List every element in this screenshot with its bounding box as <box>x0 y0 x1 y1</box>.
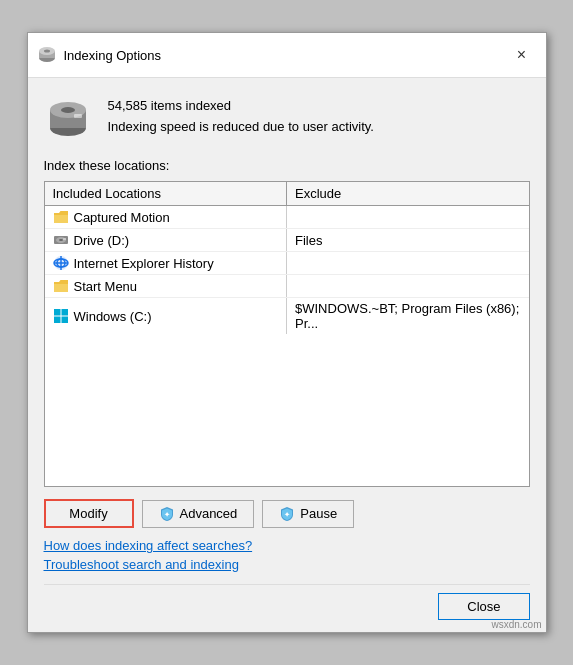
status-text-area: 54,585 items indexed Indexing speed is r… <box>108 94 374 134</box>
folder-icon <box>53 209 69 225</box>
table-row: Internet Explorer History <box>45 252 529 275</box>
main-content: 54,585 items indexed Indexing speed is r… <box>28 78 546 632</box>
disk-title-icon <box>38 46 56 64</box>
links-area: How does indexing affect searches? Troub… <box>44 538 530 572</box>
svg-rect-21 <box>61 317 68 324</box>
svg-text:✦: ✦ <box>284 511 290 518</box>
shield-pause-icon: ✦ <box>279 506 295 522</box>
advanced-button-label: Advanced <box>180 506 238 521</box>
disk-graphic-icon <box>44 94 92 142</box>
table-header: Included Locations Exclude <box>45 182 529 206</box>
cell-included: Captured Motion <box>45 206 288 228</box>
buttons-row: Modify ✦ Advanced ✦ Pause <box>44 499 530 528</box>
folder-icon <box>53 278 69 294</box>
location-name: Drive (D:) <box>74 233 130 248</box>
speed-notice: Indexing speed is reduced due to user ac… <box>108 119 374 134</box>
cell-exclude <box>287 275 529 297</box>
table-row: Windows (C:) $WINDOWS.~BT; Program Files… <box>45 298 529 334</box>
svg-rect-18 <box>54 309 61 316</box>
titlebar-left: Indexing Options <box>38 46 162 64</box>
table-row: Captured Motion <box>45 206 529 229</box>
table-body: Captured Motion Drive (D:) <box>45 206 529 486</box>
location-name: Internet Explorer History <box>74 256 214 271</box>
index-locations-label: Index these locations: <box>44 158 530 173</box>
status-area: 54,585 items indexed Indexing speed is r… <box>44 94 530 142</box>
svg-point-7 <box>61 107 75 113</box>
cell-exclude: $WINDOWS.~BT; Program Files (x86); Pr... <box>287 298 529 334</box>
svg-rect-19 <box>61 309 68 316</box>
pause-button[interactable]: ✦ Pause <box>262 500 354 528</box>
table-row: Drive (D:) Files <box>45 229 529 252</box>
shield-icon: ✦ <box>159 506 175 522</box>
pause-button-label: Pause <box>300 506 337 521</box>
svg-rect-12 <box>63 238 66 240</box>
cell-included: Drive (D:) <box>45 229 288 251</box>
svg-rect-20 <box>54 317 61 324</box>
footer-row: Close <box>44 584 530 620</box>
cell-included: Windows (C:) <box>45 298 288 334</box>
close-window-button[interactable]: × <box>508 41 536 69</box>
modify-button[interactable]: Modify <box>44 499 134 528</box>
indexing-options-window: Indexing Options × 54,585 items indexed … <box>27 32 547 633</box>
watermark: wsxdn.com <box>491 619 541 630</box>
close-button[interactable]: Close <box>438 593 529 620</box>
location-name: Captured Motion <box>74 210 170 225</box>
troubleshoot-link[interactable]: Troubleshoot search and indexing <box>44 557 530 572</box>
svg-text:✦: ✦ <box>164 511 170 518</box>
windows-icon <box>53 308 69 324</box>
locations-table: Included Locations Exclude Captured Moti… <box>44 181 530 487</box>
col-header-included: Included Locations <box>45 182 288 205</box>
cell-exclude <box>287 252 529 274</box>
svg-point-3 <box>44 50 50 53</box>
cell-included: Internet Explorer History <box>45 252 288 274</box>
titlebar: Indexing Options × <box>28 33 546 78</box>
drive-icon <box>53 232 69 248</box>
location-name: Windows (C:) <box>74 309 152 324</box>
cell-included: Start Menu <box>45 275 288 297</box>
col-header-exclude: Exclude <box>287 182 529 205</box>
ie-icon <box>53 255 69 271</box>
items-count: 54,585 items indexed <box>108 98 374 113</box>
location-name: Start Menu <box>74 279 138 294</box>
svg-rect-8 <box>74 114 82 118</box>
table-row: Start Menu <box>45 275 529 298</box>
how-does-indexing-link[interactable]: How does indexing affect searches? <box>44 538 530 553</box>
advanced-button[interactable]: ✦ Advanced <box>142 500 255 528</box>
cell-exclude: Files <box>287 229 529 251</box>
cell-exclude <box>287 206 529 228</box>
window-title: Indexing Options <box>64 48 162 63</box>
svg-point-11 <box>59 239 63 241</box>
